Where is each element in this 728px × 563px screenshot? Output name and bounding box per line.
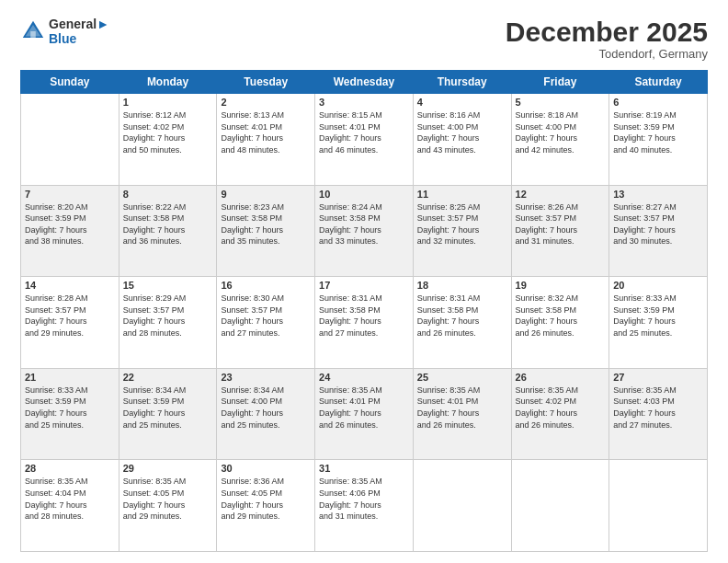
calendar-cell: 29Sunrise: 8:35 AM Sunset: 4:05 PM Dayli… <box>119 460 217 552</box>
day-info: Sunrise: 8:35 AM Sunset: 4:02 PM Dayligh… <box>516 385 606 431</box>
calendar-cell: 28Sunrise: 8:35 AM Sunset: 4:04 PM Dayli… <box>21 460 119 552</box>
day-number: 6 <box>613 97 703 108</box>
calendar-cell: 24Sunrise: 8:35 AM Sunset: 4:01 PM Dayli… <box>315 368 414 460</box>
day-info: Sunrise: 8:35 AM Sunset: 4:06 PM Dayligh… <box>319 476 409 522</box>
calendar-week-1: 1Sunrise: 8:12 AM Sunset: 4:02 PM Daylig… <box>21 94 708 186</box>
day-info: Sunrise: 8:19 AM Sunset: 3:59 PM Dayligh… <box>613 109 703 155</box>
day-info: Sunrise: 8:24 AM Sunset: 3:58 PM Dayligh… <box>319 201 409 247</box>
calendar-cell: 21Sunrise: 8:33 AM Sunset: 3:59 PM Dayli… <box>21 368 119 460</box>
day-number: 24 <box>319 372 409 383</box>
page: General► Blue December 2025 Todendorf, G… <box>0 0 728 563</box>
day-info: Sunrise: 8:31 AM Sunset: 3:58 PM Dayligh… <box>417 293 507 339</box>
calendar-cell: 25Sunrise: 8:35 AM Sunset: 4:01 PM Dayli… <box>413 368 511 460</box>
title-block: December 2025 Todendorf, Germany <box>506 17 708 61</box>
calendar-cell <box>21 94 119 186</box>
day-info: Sunrise: 8:33 AM Sunset: 3:59 PM Dayligh… <box>613 293 703 339</box>
logo: General► Blue <box>20 17 109 46</box>
calendar-cell: 16Sunrise: 8:30 AM Sunset: 3:57 PM Dayli… <box>217 277 315 369</box>
day-number: 23 <box>221 372 311 383</box>
calendar-cell: 18Sunrise: 8:31 AM Sunset: 3:58 PM Dayli… <box>413 277 511 369</box>
calendar-cell: 26Sunrise: 8:35 AM Sunset: 4:02 PM Dayli… <box>511 368 609 460</box>
logo-icon <box>20 18 46 44</box>
day-info: Sunrise: 8:33 AM Sunset: 3:59 PM Dayligh… <box>25 385 115 431</box>
calendar-cell: 2Sunrise: 8:13 AM Sunset: 4:01 PM Daylig… <box>217 94 315 186</box>
day-info: Sunrise: 8:35 AM Sunset: 4:01 PM Dayligh… <box>417 385 507 431</box>
calendar-cell: 15Sunrise: 8:29 AM Sunset: 3:57 PM Dayli… <box>119 277 217 369</box>
day-info: Sunrise: 8:23 AM Sunset: 3:58 PM Dayligh… <box>221 201 311 247</box>
weekday-header-thursday: Thursday <box>413 71 511 94</box>
calendar-cell <box>609 460 708 552</box>
day-number: 12 <box>516 189 606 200</box>
day-number: 11 <box>417 189 507 200</box>
day-info: Sunrise: 8:16 AM Sunset: 4:00 PM Dayligh… <box>417 109 507 155</box>
day-number: 29 <box>123 463 213 474</box>
calendar-cell: 14Sunrise: 8:28 AM Sunset: 3:57 PM Dayli… <box>21 277 119 369</box>
day-info: Sunrise: 8:18 AM Sunset: 4:00 PM Dayligh… <box>516 109 606 155</box>
day-info: Sunrise: 8:34 AM Sunset: 3:59 PM Dayligh… <box>123 385 213 431</box>
calendar-cell: 5Sunrise: 8:18 AM Sunset: 4:00 PM Daylig… <box>511 94 609 186</box>
calendar-cell: 7Sunrise: 8:20 AM Sunset: 3:59 PM Daylig… <box>21 185 119 277</box>
calendar-cell: 4Sunrise: 8:16 AM Sunset: 4:00 PM Daylig… <box>413 94 511 186</box>
day-number: 5 <box>516 97 606 108</box>
day-info: Sunrise: 8:27 AM Sunset: 3:57 PM Dayligh… <box>613 201 703 247</box>
calendar-week-2: 7Sunrise: 8:20 AM Sunset: 3:59 PM Daylig… <box>21 185 708 277</box>
calendar-cell: 19Sunrise: 8:32 AM Sunset: 3:58 PM Dayli… <box>511 277 609 369</box>
day-info: Sunrise: 8:12 AM Sunset: 4:02 PM Dayligh… <box>123 109 213 155</box>
day-number: 31 <box>319 463 409 474</box>
calendar-cell: 10Sunrise: 8:24 AM Sunset: 3:58 PM Dayli… <box>315 185 414 277</box>
day-info: Sunrise: 8:32 AM Sunset: 3:58 PM Dayligh… <box>516 293 606 339</box>
calendar-week-5: 28Sunrise: 8:35 AM Sunset: 4:04 PM Dayli… <box>21 460 708 552</box>
day-number: 28 <box>25 463 115 474</box>
day-number: 2 <box>221 97 311 108</box>
day-info: Sunrise: 8:30 AM Sunset: 3:57 PM Dayligh… <box>221 293 311 339</box>
weekday-header-sunday: Sunday <box>21 71 119 94</box>
day-info: Sunrise: 8:36 AM Sunset: 4:05 PM Dayligh… <box>221 476 311 522</box>
calendar-cell: 30Sunrise: 8:36 AM Sunset: 4:05 PM Dayli… <box>217 460 315 552</box>
calendar-cell: 1Sunrise: 8:12 AM Sunset: 4:02 PM Daylig… <box>119 94 217 186</box>
calendar-cell: 27Sunrise: 8:35 AM Sunset: 4:03 PM Dayli… <box>609 368 708 460</box>
calendar-cell: 8Sunrise: 8:22 AM Sunset: 3:58 PM Daylig… <box>119 185 217 277</box>
day-number: 4 <box>417 97 507 108</box>
weekday-header-monday: Monday <box>119 71 217 94</box>
day-info: Sunrise: 8:35 AM Sunset: 4:03 PM Dayligh… <box>613 385 703 431</box>
calendar-cell <box>511 460 609 552</box>
calendar-cell: 23Sunrise: 8:34 AM Sunset: 4:00 PM Dayli… <box>217 368 315 460</box>
day-number: 14 <box>25 280 115 291</box>
day-number: 16 <box>221 280 311 291</box>
day-info: Sunrise: 8:26 AM Sunset: 3:57 PM Dayligh… <box>516 201 606 247</box>
day-number: 26 <box>516 372 606 383</box>
calendar-table: SundayMondayTuesdayWednesdayThursdayFrid… <box>20 70 708 552</box>
logo-text: General► Blue <box>49 17 109 46</box>
calendar-cell: 13Sunrise: 8:27 AM Sunset: 3:57 PM Dayli… <box>609 185 708 277</box>
day-info: Sunrise: 8:35 AM Sunset: 4:04 PM Dayligh… <box>25 476 115 522</box>
weekday-header-saturday: Saturday <box>609 71 708 94</box>
calendar-cell: 11Sunrise: 8:25 AM Sunset: 3:57 PM Dayli… <box>413 185 511 277</box>
day-info: Sunrise: 8:13 AM Sunset: 4:01 PM Dayligh… <box>221 109 311 155</box>
calendar-cell: 17Sunrise: 8:31 AM Sunset: 3:58 PM Dayli… <box>315 277 414 369</box>
day-number: 13 <box>613 189 703 200</box>
calendar-cell: 3Sunrise: 8:15 AM Sunset: 4:01 PM Daylig… <box>315 94 414 186</box>
day-number: 27 <box>613 372 703 383</box>
day-info: Sunrise: 8:28 AM Sunset: 3:57 PM Dayligh… <box>25 293 115 339</box>
day-number: 7 <box>25 189 115 200</box>
day-number: 20 <box>613 280 703 291</box>
day-info: Sunrise: 8:20 AM Sunset: 3:59 PM Dayligh… <box>25 201 115 247</box>
day-number: 9 <box>221 189 311 200</box>
calendar-cell: 12Sunrise: 8:26 AM Sunset: 3:57 PM Dayli… <box>511 185 609 277</box>
day-number: 1 <box>123 97 213 108</box>
day-info: Sunrise: 8:15 AM Sunset: 4:01 PM Dayligh… <box>319 109 409 155</box>
calendar-cell: 31Sunrise: 8:35 AM Sunset: 4:06 PM Dayli… <box>315 460 414 552</box>
calendar-week-4: 21Sunrise: 8:33 AM Sunset: 3:59 PM Dayli… <box>21 368 708 460</box>
day-number: 10 <box>319 189 409 200</box>
day-number: 22 <box>123 372 213 383</box>
day-number: 19 <box>516 280 606 291</box>
day-number: 17 <box>319 280 409 291</box>
calendar-cell: 22Sunrise: 8:34 AM Sunset: 3:59 PM Dayli… <box>119 368 217 460</box>
day-info: Sunrise: 8:25 AM Sunset: 3:57 PM Dayligh… <box>417 201 507 247</box>
day-number: 8 <box>123 189 213 200</box>
calendar-week-3: 14Sunrise: 8:28 AM Sunset: 3:57 PM Dayli… <box>21 277 708 369</box>
calendar-cell: 9Sunrise: 8:23 AM Sunset: 3:58 PM Daylig… <box>217 185 315 277</box>
day-info: Sunrise: 8:34 AM Sunset: 4:00 PM Dayligh… <box>221 385 311 431</box>
day-info: Sunrise: 8:31 AM Sunset: 3:58 PM Dayligh… <box>319 293 409 339</box>
day-info: Sunrise: 8:35 AM Sunset: 4:01 PM Dayligh… <box>319 385 409 431</box>
